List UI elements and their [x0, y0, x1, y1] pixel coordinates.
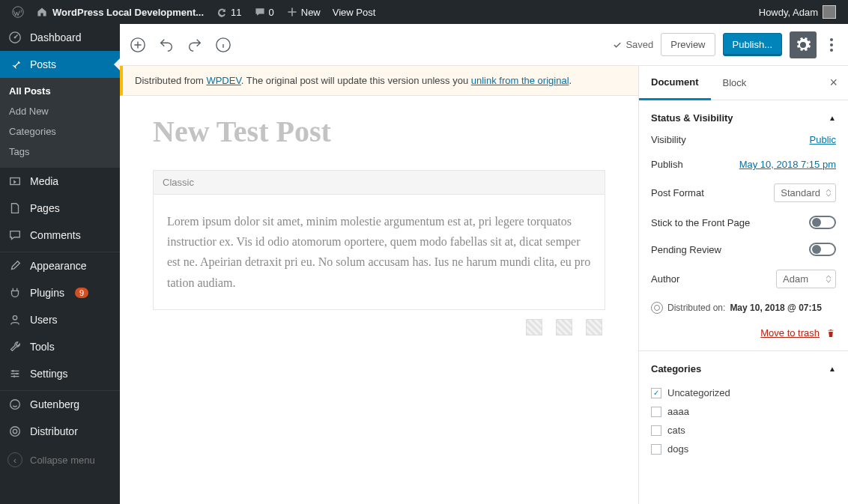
sidebar-item-pages[interactable]: Pages [0, 195, 120, 222]
post-format-select[interactable]: Standard [774, 183, 836, 202]
chart-block-icon[interactable] [586, 319, 602, 336]
svg-point-6 [16, 373, 18, 375]
sidebar-label: Dashboard [30, 31, 82, 43]
sub-item-add-new[interactable]: Add New [0, 101, 120, 121]
sub-item-all-posts[interactable]: All Posts [0, 81, 120, 101]
category-item[interactable]: cats [651, 422, 836, 438]
settings-panel: Document Block × Status & Visibility ▲ V… [638, 66, 848, 504]
refresh-icon [216, 6, 228, 18]
unlink-link[interactable]: unlink from the original [471, 75, 569, 86]
undo-button[interactable] [157, 36, 175, 54]
editor-body: New Test Post Classic Lorem ipsum dolor … [120, 96, 638, 504]
category-checkbox[interactable] [651, 425, 661, 436]
classic-block[interactable]: Classic Lorem ipsum dolor sit amet, mini… [153, 170, 605, 310]
sidebar-item-tools[interactable]: Tools [0, 333, 120, 360]
stick-toggle[interactable] [809, 216, 836, 229]
collapse-menu[interactable]: Collapse menu [0, 445, 120, 475]
notice-site-link[interactable]: WPDEV [206, 75, 240, 86]
post-title[interactable]: New Test Post [153, 114, 605, 149]
dashboard-icon [7, 30, 22, 45]
sidebar-item-posts[interactable]: Posts [0, 51, 120, 78]
sidebar-label: Tools [30, 341, 55, 353]
wrench-icon [7, 339, 22, 354]
panel-toggle-status[interactable]: Status & Visibility ▲ [651, 112, 836, 124]
preview-button[interactable]: Preview [661, 33, 715, 56]
tab-block[interactable]: Block [711, 67, 759, 99]
plugins-update-count: 9 [75, 288, 88, 298]
sidebar-item-settings[interactable]: Settings [0, 360, 120, 387]
category-item[interactable]: aaaa [651, 404, 836, 419]
plug-icon [7, 285, 22, 300]
wordpress-icon [12, 6, 24, 18]
gallery-block-icon[interactable] [556, 319, 572, 336]
distributor-notice: Distributed from WPDEV. The original pos… [120, 66, 638, 96]
svg-point-9 [10, 427, 20, 437]
sidebar-label: Distributor [30, 425, 78, 437]
site-title-text: WordPress Local Development... [52, 7, 204, 18]
sidebar-item-distributor[interactable]: Distributor [0, 418, 120, 445]
category-label: cats [667, 425, 685, 436]
sidebar-label: Gutenberg [30, 398, 79, 410]
comment-count: 0 [269, 7, 274, 18]
admin-bar: WordPress Local Development... 11 0 New … [0, 0, 848, 24]
check-icon [612, 40, 623, 50]
pending-toggle[interactable] [809, 243, 836, 256]
panel-status-visibility: Status & Visibility ▲ Visibility Public … [639, 100, 848, 351]
sidebar-label: Plugins [30, 287, 64, 299]
chevron-up-icon: ▲ [829, 114, 836, 122]
publish-date-link[interactable]: May 10, 2018 7:15 pm [739, 159, 836, 170]
category-item[interactable]: dogs [651, 441, 836, 457]
sidebar-label: Appearance [30, 260, 87, 272]
comments-bubble[interactable]: 0 [248, 0, 280, 24]
my-account[interactable]: Howdy, Adam [753, 0, 842, 24]
settings-toggle-button[interactable] [790, 31, 817, 58]
block-content[interactable]: Lorem ipsum dolor sit amet, minim molest… [154, 195, 605, 309]
info-button[interactable] [214, 36, 232, 54]
publish-button[interactable]: Publish... [723, 33, 782, 56]
new-label: New [301, 7, 321, 18]
sidebar-item-dashboard[interactable]: Dashboard [0, 24, 120, 51]
close-settings-button[interactable]: × [819, 75, 848, 91]
sidebar-item-media[interactable]: Media [0, 168, 120, 195]
visibility-value-link[interactable]: Public [810, 134, 836, 145]
sidebar-item-plugins[interactable]: Plugins 9 [0, 279, 120, 306]
category-checkbox[interactable] [651, 388, 661, 398]
wp-logo[interactable] [6, 0, 30, 24]
distributed-on-row: Distributed on: May 10, 2018 @ 07:15 [651, 302, 836, 314]
distributor-small-icon [651, 302, 663, 314]
posts-submenu: All Posts Add New Categories Tags [0, 78, 120, 168]
update-count: 11 [231, 7, 241, 18]
sidebar-item-gutenberg[interactable]: Gutenberg [0, 391, 120, 418]
admin-sidebar: Dashboard Posts All Posts Add New Catego… [0, 24, 120, 504]
view-post-link[interactable]: View Post [327, 0, 382, 24]
avatar [823, 5, 836, 19]
tab-document[interactable]: Document [639, 66, 711, 100]
add-block-button[interactable] [129, 36, 147, 54]
panel-toggle-categories[interactable]: Categories ▲ [651, 363, 836, 374]
sidebar-item-comments[interactable]: Comments [0, 222, 120, 249]
collapse-label: Collapse menu [30, 455, 95, 466]
updates[interactable]: 11 [210, 0, 247, 24]
sidebar-label: Users [30, 314, 58, 326]
category-item[interactable]: Uncategorized [651, 385, 836, 401]
brush-icon [7, 258, 22, 273]
svg-point-5 [12, 370, 14, 372]
site-name[interactable]: WordPress Local Development... [30, 0, 210, 24]
chevron-up-icon: ▲ [829, 365, 836, 373]
sub-item-categories[interactable]: Categories [0, 121, 120, 142]
settings-tabs: Document Block × [639, 66, 848, 100]
more-menu-button[interactable] [824, 35, 839, 55]
category-checkbox[interactable] [651, 444, 661, 455]
user-icon [7, 312, 22, 327]
sidebar-item-users[interactable]: Users [0, 306, 120, 333]
new-content[interactable]: New [280, 0, 327, 24]
sub-item-tags[interactable]: Tags [0, 142, 120, 162]
redo-button[interactable] [186, 36, 204, 54]
collapse-icon [7, 452, 22, 467]
author-select[interactable]: Adam [776, 270, 836, 288]
sidebar-item-appearance[interactable]: Appearance [0, 252, 120, 279]
image-block-icon[interactable] [526, 319, 542, 336]
move-to-trash-link[interactable]: Move to trash [760, 327, 820, 338]
trash-icon [826, 328, 836, 338]
category-checkbox[interactable] [651, 407, 661, 417]
